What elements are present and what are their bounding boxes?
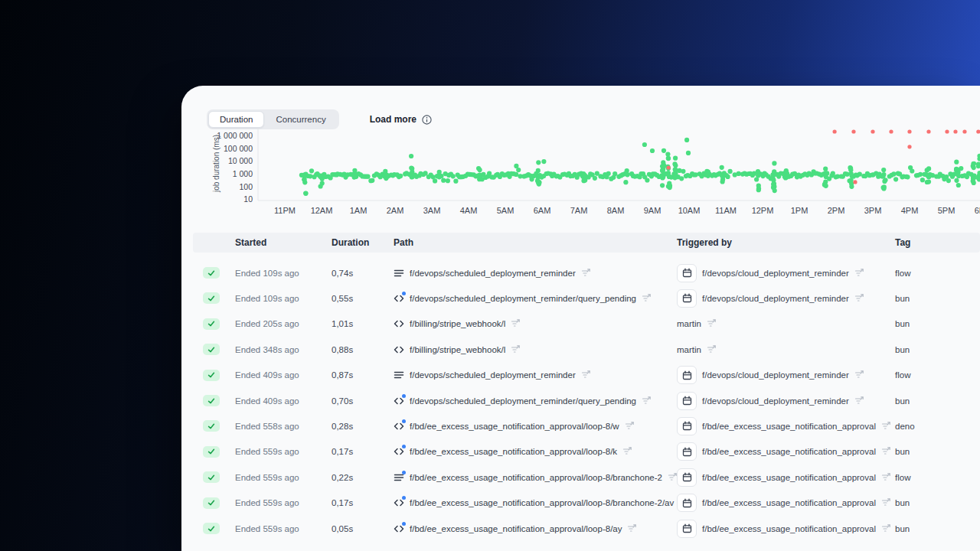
job-dot-failure[interactable] (889, 129, 893, 133)
job-dot[interactable] (706, 170, 710, 174)
job-dot[interactable] (956, 168, 960, 172)
filter-by-value-icon[interactable] (854, 395, 864, 405)
job-dot[interactable] (541, 159, 546, 164)
job-dot[interactable] (365, 174, 370, 179)
schedule-trigger-chip[interactable] (677, 392, 697, 410)
job-dot[interactable] (681, 169, 685, 174)
job-dot[interactable] (593, 176, 597, 181)
job-dot[interactable] (309, 168, 314, 173)
job-dot[interactable] (848, 168, 853, 172)
path-value[interactable]: f/bd/ee_excess_usage_notification_approv… (410, 447, 617, 456)
table-row[interactable]: Ended 558s ago0,28sf/bd/ee_excess_usage_… (193, 413, 980, 439)
job-dot[interactable] (772, 169, 776, 174)
job-dot[interactable] (756, 184, 761, 188)
table-row[interactable]: Ended 409s ago0,70sf/devops/scheduled_de… (193, 388, 980, 413)
job-dot[interactable] (772, 184, 776, 189)
triggered-by-value[interactable]: f/devops/cloud_deployment_reminder (702, 396, 849, 406)
filter-by-value-icon[interactable] (581, 267, 591, 277)
job-dot[interactable] (437, 174, 442, 179)
triggered-by-value[interactable]: f/devops/cloud_deployment_reminder (702, 294, 849, 303)
job-dot[interactable] (925, 168, 929, 172)
job-dot[interactable] (824, 174, 828, 179)
job-dot[interactable] (606, 171, 611, 176)
job-dot[interactable] (409, 165, 413, 170)
job-dot[interactable] (352, 168, 357, 173)
filter-by-value-icon[interactable] (854, 292, 864, 302)
job-dot[interactable] (954, 178, 959, 183)
filter-by-value-icon[interactable] (707, 344, 717, 354)
job-dot-failure[interactable] (851, 129, 855, 133)
table-row[interactable]: Ended 559s ago0,05sf/bd/ee_excess_usage_… (193, 516, 980, 541)
table-row[interactable]: Ended 559s ago0,17sf/bd/ee_excess_usage_… (193, 491, 980, 516)
job-dot[interactable] (823, 167, 828, 171)
path-value[interactable]: f/devops/scheduled_deployment_reminder/q… (410, 396, 636, 406)
filter-by-value-icon[interactable] (642, 292, 652, 302)
triggered-by-value[interactable]: f/bd/ee_excess_usage_notification_approv… (702, 498, 876, 507)
triggered-by-value[interactable]: martin (677, 345, 701, 354)
path-value[interactable]: f/billing/stripe_webhook/l (410, 319, 505, 328)
job-dot-failure[interactable] (926, 129, 930, 133)
job-dot[interactable] (582, 173, 586, 178)
job-dot-failure[interactable] (945, 129, 949, 133)
job-dot[interactable] (477, 174, 482, 179)
filter-by-value-icon[interactable] (642, 395, 652, 405)
job-dot[interactable] (728, 169, 733, 174)
job-dot[interactable] (946, 178, 951, 183)
job-dot[interactable] (858, 172, 862, 177)
job-dot[interactable] (720, 165, 724, 170)
job-dot[interactable] (398, 174, 403, 178)
job-dot[interactable] (891, 171, 896, 176)
table-row[interactable]: Ended 109s ago0,74sf/devops/scheduled_de… (193, 260, 980, 285)
job-dot-failure[interactable] (833, 129, 837, 133)
triggered-by-value[interactable]: f/devops/cloud_deployment_reminder (702, 269, 849, 278)
schedule-trigger-chip[interactable] (677, 494, 697, 512)
table-row[interactable]: Ended 559s ago0,17sf/bd/ee_excess_usage_… (193, 439, 980, 465)
job-dot[interactable] (849, 184, 854, 189)
job-dot[interactable] (720, 173, 724, 178)
job-dot[interactable] (881, 168, 886, 172)
table-row[interactable]: Ended 109s ago0,55sf/devops/scheduled_de… (193, 285, 980, 311)
job-dot[interactable] (672, 175, 677, 180)
job-dot[interactable] (642, 142, 647, 147)
job-dot-failure[interactable] (853, 180, 857, 184)
job-dot[interactable] (433, 178, 437, 183)
job-dot[interactable] (423, 171, 428, 175)
table-row[interactable]: Ended 348s ago0,88sf/billing/stripe_webh… (193, 337, 980, 362)
job-dot[interactable] (478, 168, 482, 172)
filter-by-value-icon[interactable] (581, 369, 591, 379)
job-dot[interactable] (308, 174, 312, 178)
job-dot[interactable] (410, 174, 414, 179)
job-dot-failure[interactable] (871, 129, 874, 133)
path-value[interactable]: f/bd/ee_excess_usage_notification_approv… (410, 473, 662, 482)
triggered-by-value[interactable]: f/bd/ee_excess_usage_notification_approv… (702, 447, 876, 456)
filter-by-value-icon[interactable] (625, 420, 635, 430)
triggered-by-value[interactable]: f/bd/ee_excess_usage_notification_approv… (702, 524, 876, 533)
job-dot[interactable] (370, 178, 374, 183)
job-dot[interactable] (673, 168, 678, 172)
job-dot[interactable] (882, 179, 887, 184)
job-dot[interactable] (536, 160, 541, 165)
table-row[interactable]: Ended 409s ago0,87sf/devops/scheduled_de… (193, 363, 980, 388)
job-dot[interactable] (451, 174, 456, 178)
triggered-by-value[interactable]: f/bd/ee_excess_usage_notification_approv… (702, 422, 876, 431)
filter-by-value-icon[interactable] (881, 471, 891, 481)
job-dot[interactable] (926, 174, 931, 179)
filter-by-value-icon[interactable] (854, 267, 864, 277)
schedule-trigger-chip[interactable] (677, 289, 697, 308)
path-value[interactable]: f/devops/scheduled_deployment_reminder (410, 370, 576, 380)
job-dot[interactable] (612, 171, 617, 176)
job-dot[interactable] (650, 148, 655, 153)
schedule-trigger-chip[interactable] (677, 442, 697, 461)
triggered-by-value[interactable]: f/bd/ee_excess_usage_notification_approv… (702, 473, 876, 482)
job-dot[interactable] (645, 178, 649, 182)
job-dot[interactable] (665, 152, 670, 156)
schedule-trigger-chip[interactable] (677, 264, 697, 282)
schedule-trigger-chip[interactable] (677, 366, 697, 384)
job-dot[interactable] (726, 174, 730, 179)
job-dot[interactable] (910, 168, 914, 173)
table-row[interactable]: Ended 559s ago0,22sf/bd/ee_excess_usage_… (193, 465, 980, 490)
filter-by-value-icon[interactable] (881, 523, 891, 533)
job-dot[interactable] (514, 164, 518, 168)
filter-by-value-icon[interactable] (622, 445, 632, 455)
job-dot[interactable] (905, 174, 910, 179)
